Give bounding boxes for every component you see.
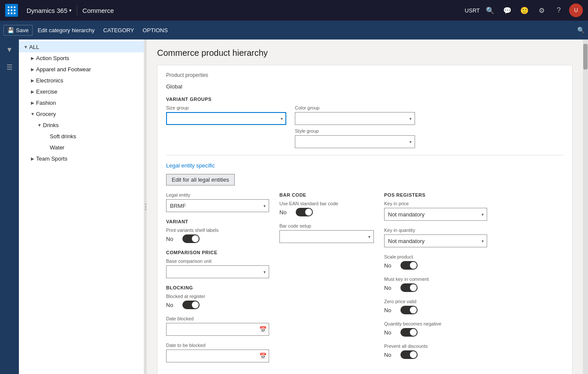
zero-price-toggle[interactable]	[400, 306, 418, 314]
filter-icon[interactable]: ▼	[3, 43, 16, 57]
size-group-select[interactable]	[166, 112, 286, 125]
barcode-setup-select[interactable]	[279, 230, 374, 243]
use-ean-label: Use EAN standard bar code	[279, 201, 374, 206]
must-key-no: No	[384, 285, 397, 291]
category-menu[interactable]: CATEGORY	[100, 25, 138, 35]
tree-label-team-sports: Team Sports	[36, 155, 140, 162]
scale-no: No	[384, 262, 397, 269]
legal-entity-specific-label: Legal entity specific	[166, 162, 564, 169]
print-variants-label: Print variants shelf labels	[166, 228, 269, 233]
date-to-be-blocked-input[interactable]	[166, 350, 269, 362]
scrollbar-right[interactable]	[583, 40, 588, 374]
tree-label-exercise: Exercise	[36, 88, 140, 95]
color-group-select[interactable]	[295, 112, 415, 125]
prevent-no: No	[384, 352, 397, 358]
save-button[interactable]: 💾 Save	[3, 25, 33, 36]
tree-item-grocery[interactable]: ▼ Grocery	[19, 108, 144, 119]
date-blocked-group: Date blocked 📅	[166, 316, 269, 336]
qty-negative-no: No	[384, 329, 397, 336]
chevron-apparel: ▶	[29, 66, 36, 73]
waffle-button[interactable]	[5, 4, 18, 17]
barcode-setup-label: Bar code setup	[279, 223, 374, 228]
app-module: Commerce	[79, 7, 117, 14]
chevron-fashion: ▶	[29, 99, 36, 106]
main-content: Commerce product hierarchy Product prope…	[147, 40, 583, 374]
variant-header: VARIANT	[166, 219, 269, 224]
size-group-field: Size group ▾	[166, 105, 286, 125]
edit-hierarchy-button[interactable]: Edit category hierarchy	[34, 25, 98, 35]
tree-item-team-sports[interactable]: ▶ Team Sports	[19, 153, 144, 164]
tree-label-water: Water	[50, 144, 140, 151]
scale-product-group: Scale product No	[384, 254, 487, 270]
tree-item-apparel[interactable]: ▶ Apparel and Footwear	[19, 64, 144, 75]
tree-item-action-sports[interactable]: ▶ Action Sports	[19, 52, 144, 64]
options-menu[interactable]: OPTIONS	[139, 25, 171, 35]
settings-icon[interactable]: ⚙	[535, 3, 549, 17]
use-ean-no: No	[279, 209, 292, 216]
tree-item-electronics[interactable]: ▶ Electronics	[19, 75, 144, 86]
edit-legal-button[interactable]: Edit for all legal entities	[166, 174, 235, 185]
tree-item-all[interactable]: ▼ ALL	[19, 41, 144, 52]
color-group-label: Color group	[295, 105, 415, 110]
sidebar-icon-panel: ▼ ☰	[0, 40, 19, 374]
search-area[interactable]: 🔍	[577, 27, 585, 33]
tree-label-apparel: Apparel and Footwear	[36, 66, 140, 73]
command-bar: 💾 Save Edit category hierarchy CATEGORY …	[0, 21, 588, 40]
blocked-register-toggle[interactable]	[182, 301, 200, 309]
tree-label-action-sports: Action Sports	[36, 55, 140, 61]
tree-item-drinks[interactable]: ▼ Drinks	[19, 119, 144, 131]
date-blocked-input[interactable]	[166, 323, 269, 336]
tree-label-electronics: Electronics	[36, 77, 140, 84]
tree-item-water[interactable]: Water	[19, 142, 144, 153]
key-in-qty-label: Key in quantity	[384, 228, 487, 233]
tree-item-exercise[interactable]: ▶ Exercise	[19, 86, 144, 97]
zero-price-no: No	[384, 307, 397, 313]
app-name[interactable]: Dynamics 365 ▾	[23, 7, 75, 14]
product-properties-label: Product properties	[166, 72, 564, 78]
smiley-icon[interactable]: 🙂	[518, 3, 531, 17]
style-group-select[interactable]	[295, 135, 415, 148]
base-comparison-select[interactable]	[166, 265, 269, 278]
key-in-price-select[interactable]: Not mandatory Mandatory Must key in	[384, 208, 487, 221]
style-group-field: Style group ▾	[295, 128, 415, 148]
key-in-qty-select[interactable]: Not mandatory Mandatory Must key in	[384, 234, 487, 247]
top-right-area: USRT 🔍 💬 🙂 ⚙ ? U	[465, 3, 583, 17]
qty-negative-label: Quantity becomes negative	[384, 321, 487, 326]
scroll-thumb[interactable]	[583, 44, 588, 70]
tree-item-soft-drinks[interactable]: Soft drinks	[19, 131, 144, 142]
use-ean-toggle[interactable]	[296, 208, 313, 216]
base-comparison-label: Base comparison unit	[166, 258, 269, 264]
blocked-register-group: Blocked at register No	[166, 294, 269, 309]
chevron-drinks: ▼	[36, 122, 43, 128]
calendar-to-be-blocked-icon[interactable]: 📅	[259, 353, 267, 359]
color-group-field: Color group ▾	[295, 105, 415, 125]
variant-groups-header: VARIANT GROUPS	[166, 97, 564, 102]
help-icon[interactable]: ?	[552, 3, 566, 17]
section-divider-1	[166, 155, 564, 155]
chevron-all: ▼	[22, 43, 29, 50]
date-to-be-blocked-group: Date to be blocked 📅	[166, 343, 269, 362]
col-left: Legal entity BRMF ▾ VARIANT Print varian…	[166, 192, 269, 369]
tree-label-fashion: Fashion	[36, 100, 140, 106]
key-in-price-label: Key in price	[384, 201, 487, 206]
search-magnifier-icon[interactable]: 🔍	[577, 27, 585, 33]
legal-entity-select[interactable]: BRMF	[166, 199, 269, 212]
avatar[interactable]: U	[569, 3, 583, 17]
chat-icon[interactable]: 💬	[500, 3, 514, 17]
tree-item-fashion[interactable]: ▶ Fashion	[19, 97, 144, 108]
prevent-discounts-toggle[interactable]	[400, 350, 418, 359]
blocked-register-label: Blocked at register	[166, 294, 269, 299]
must-key-toggle[interactable]	[400, 283, 418, 292]
must-key-comment-group: Must key in comment No	[384, 277, 487, 292]
search-icon[interactable]: 🔍	[483, 3, 497, 17]
chevron-team-sports: ▶	[29, 155, 36, 162]
print-variants-toggle[interactable]	[182, 234, 200, 243]
qty-negative-toggle[interactable]	[400, 328, 418, 337]
menu-icon[interactable]: ☰	[3, 60, 16, 74]
comparison-price-header: COMPARISON PRICE	[166, 250, 269, 255]
scale-toggle[interactable]	[400, 261, 418, 270]
chevron-water	[43, 144, 50, 151]
tree-label-soft-drinks: Soft drinks	[50, 133, 140, 140]
calendar-blocked-icon[interactable]: 📅	[259, 326, 267, 333]
size-group-label: Size group	[166, 105, 286, 110]
